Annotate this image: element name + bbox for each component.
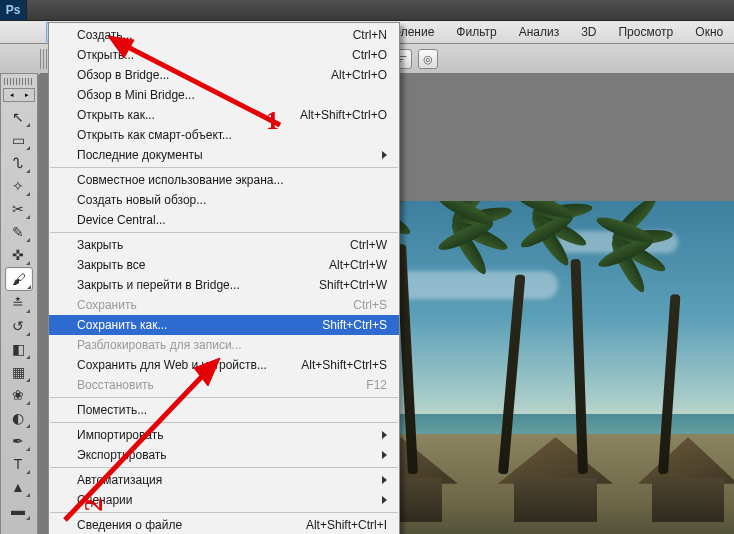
menuitem-автоматизация[interactable]: Автоматизация — [49, 470, 399, 490]
app-title-bar: Ps — [0, 0, 734, 21]
menuitem-восстановить: ВосстановитьF12 — [49, 375, 399, 395]
menuitem-label: Сведения о файле — [77, 518, 182, 532]
menuitem-label: Закрыть все — [77, 258, 145, 272]
menuitem-label: Обзор в Mini Bridge... — [77, 88, 195, 102]
menuitem-label: Закрыть — [77, 238, 123, 252]
submenu-arrow-icon — [382, 431, 387, 439]
menuitem-создать-[interactable]: Создать...Ctrl+N — [49, 25, 399, 45]
menu-separator — [50, 422, 398, 423]
menuitem-label: Сохранить как... — [77, 318, 167, 332]
menuitem-label: Автоматизация — [77, 473, 162, 487]
menuitem-сохранить-как-[interactable]: Сохранить как...Shift+Ctrl+S — [49, 315, 399, 335]
app-logo: Ps — [0, 0, 27, 20]
shape-tool[interactable]: ▬ — [5, 499, 31, 521]
menuitem-label: Импортировать — [77, 428, 163, 442]
menuitem-label: Создать новый обзор... — [77, 193, 206, 207]
gradient-tool[interactable]: ▦ — [5, 361, 31, 383]
pressure-size-button[interactable]: ◎ — [418, 49, 438, 69]
menuitem-сохранить-для-web-и-устройств-[interactable]: Сохранить для Web и устройств...Alt+Shif… — [49, 355, 399, 375]
menu-анализ[interactable]: Анализ — [508, 22, 571, 42]
eyedropper-tool[interactable]: ✎ — [5, 221, 31, 243]
menuitem-последние-документы[interactable]: Последние документы — [49, 145, 399, 165]
menu-separator — [50, 397, 398, 398]
submenu-arrow-icon — [382, 496, 387, 504]
brush-tool[interactable]: 🖌 — [5, 267, 33, 291]
menuitem-открыть-как-[interactable]: Открыть как...Alt+Shift+Ctrl+O — [49, 105, 399, 125]
menuitem-label: Сохранить для Web и устройств... — [77, 358, 267, 372]
menuitem-разблокировать-для-записи-: Разблокировать для записи... — [49, 335, 399, 355]
menu-фильтр[interactable]: Фильтр — [445, 22, 507, 42]
menu-separator — [50, 232, 398, 233]
submenu-arrow-icon — [382, 476, 387, 484]
healing-brush-tool[interactable]: ✜ — [5, 244, 31, 266]
menuitem-label: Сценарии — [77, 493, 132, 507]
menuitem-импортировать[interactable]: Импортировать — [49, 425, 399, 445]
menuitem-label: Сохранить — [77, 298, 137, 312]
menuitem-shortcut: Ctrl+N — [353, 28, 387, 42]
menuitem-label: Закрыть и перейти в Bridge... — [77, 278, 240, 292]
menuitem-shortcut: Alt+Ctrl+W — [329, 258, 387, 272]
menuitem-экспортировать[interactable]: Экспортировать — [49, 445, 399, 465]
menuitem-закрыть-и-перейти-в-bridge-[interactable]: Закрыть и перейти в Bridge...Shift+Ctrl+… — [49, 275, 399, 295]
path-select-tool[interactable]: ▲ — [5, 476, 31, 498]
submenu-arrow-icon — [382, 151, 387, 159]
menuitem-обзор-в-mini-bridge-[interactable]: Обзор в Mini Bridge... — [49, 85, 399, 105]
menu-просмотр[interactable]: Просмотр — [607, 22, 684, 42]
type-tool[interactable]: T — [5, 453, 31, 475]
move-tool[interactable]: ↖ — [5, 106, 31, 128]
menuitem-обзор-в-bridge-[interactable]: Обзор в Bridge...Alt+Ctrl+O — [49, 65, 399, 85]
menuitem-открыть-[interactable]: Открыть...Ctrl+O — [49, 45, 399, 65]
menuitem-label: Device Central... — [77, 213, 166, 227]
menuitem-shortcut: Ctrl+O — [352, 48, 387, 62]
menuitem-label: Восстановить — [77, 378, 154, 392]
marquee-tool[interactable]: ▭ — [5, 129, 31, 151]
menu-separator — [50, 467, 398, 468]
menuitem-device-central-[interactable]: Device Central... — [49, 210, 399, 230]
file-dropdown-menu: Создать...Ctrl+NОткрыть...Ctrl+OОбзор в … — [48, 22, 400, 534]
menu-3d[interactable]: 3D — [570, 22, 607, 42]
dodge-tool[interactable]: ◐ — [5, 407, 31, 429]
menuitem-shortcut: Alt+Shift+Ctrl+I — [306, 518, 387, 532]
pen-tool[interactable]: ✒ — [5, 430, 31, 452]
menuitem-поместить-[interactable]: Поместить... — [49, 400, 399, 420]
menuitem-label: Обзор в Bridge... — [77, 68, 169, 82]
panel-column-toggle[interactable]: ◂▸ — [3, 88, 35, 102]
menuitem-создать-новый-обзор-[interactable]: Создать новый обзор... — [49, 190, 399, 210]
menuitem-shortcut: Ctrl+S — [353, 298, 387, 312]
menu-separator — [50, 512, 398, 513]
menuitem-закрыть[interactable]: ЗакрытьCtrl+W — [49, 235, 399, 255]
crop-tool[interactable]: ✂ — [5, 198, 31, 220]
menuitem-shortcut: Shift+Ctrl+W — [319, 278, 387, 292]
menuitem-label: Открыть... — [77, 48, 134, 62]
menuitem-открыть-как-смарт-объект-[interactable]: Открыть как смарт-объект... — [49, 125, 399, 145]
menuitem-shortcut: Shift+Ctrl+S — [322, 318, 387, 332]
blur-tool[interactable]: ❀ — [5, 384, 31, 406]
menuitem-сохранить: СохранитьCtrl+S — [49, 295, 399, 315]
history-brush-tool[interactable]: ↺ — [5, 315, 31, 337]
menuitem-label: Поместить... — [77, 403, 147, 417]
lasso-tool[interactable]: ᔐ — [5, 152, 31, 174]
grip-icon — [40, 49, 48, 69]
menuitem-shortcut: Alt+Ctrl+O — [331, 68, 387, 82]
menuitem-закрыть-все[interactable]: Закрыть всеAlt+Ctrl+W — [49, 255, 399, 275]
menuitem-label: Открыть как... — [77, 108, 155, 122]
panel-grip-icon[interactable] — [4, 78, 34, 85]
menu-separator — [50, 167, 398, 168]
submenu-arrow-icon — [382, 451, 387, 459]
magic-wand-tool[interactable]: ✧ — [5, 175, 31, 197]
menuitem-label: Последние документы — [77, 148, 203, 162]
menuitem-shortcut: Alt+Shift+Ctrl+O — [300, 108, 387, 122]
menuitem-label: Создать... — [77, 28, 133, 42]
menuitem-shortcut: F12 — [366, 378, 387, 392]
menuitem-сведения-о-файле[interactable]: Сведения о файлеAlt+Shift+Ctrl+I — [49, 515, 399, 534]
menuitem-shortcut: Ctrl+W — [350, 238, 387, 252]
eraser-tool[interactable]: ◧ — [5, 338, 31, 360]
menuitem-совместное-использование-экрана-[interactable]: Совместное использование экрана... — [49, 170, 399, 190]
menu-окно[interactable]: Окно — [684, 22, 734, 42]
menuitem-label: Разблокировать для записи... — [77, 338, 242, 352]
menuitem-shortcut: Alt+Shift+Ctrl+S — [301, 358, 387, 372]
menuitem-сценарии[interactable]: Сценарии — [49, 490, 399, 510]
menuitem-label: Совместное использование экрана... — [77, 173, 284, 187]
tools-panel: ◂▸ ↖▭ᔐ✧✂✎✜🖌≛↺◧▦❀◐✒T▲▬ — [0, 73, 38, 534]
stamp-tool[interactable]: ≛ — [5, 292, 31, 314]
